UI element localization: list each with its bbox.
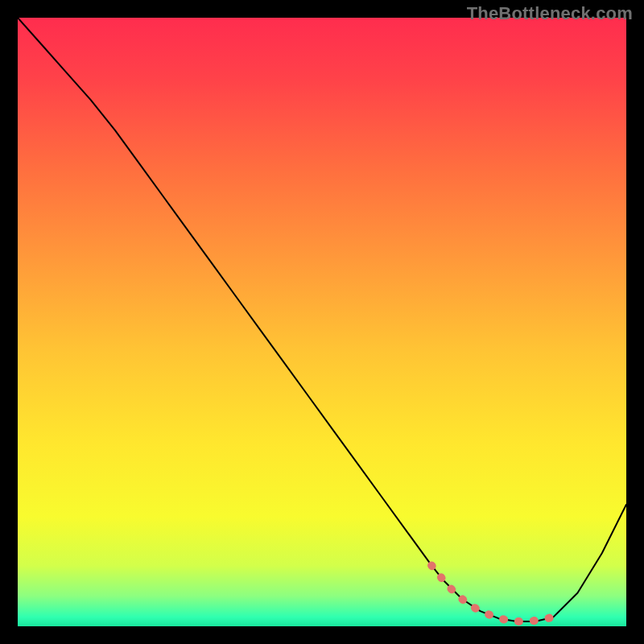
- plot-area: [18, 18, 626, 626]
- bottleneck-curve-chart: [18, 18, 626, 626]
- gradient-background: [18, 18, 626, 626]
- watermark-text: TheBottleneck.com: [467, 3, 633, 24]
- chart-frame: TheBottleneck.com: [0, 0, 644, 644]
